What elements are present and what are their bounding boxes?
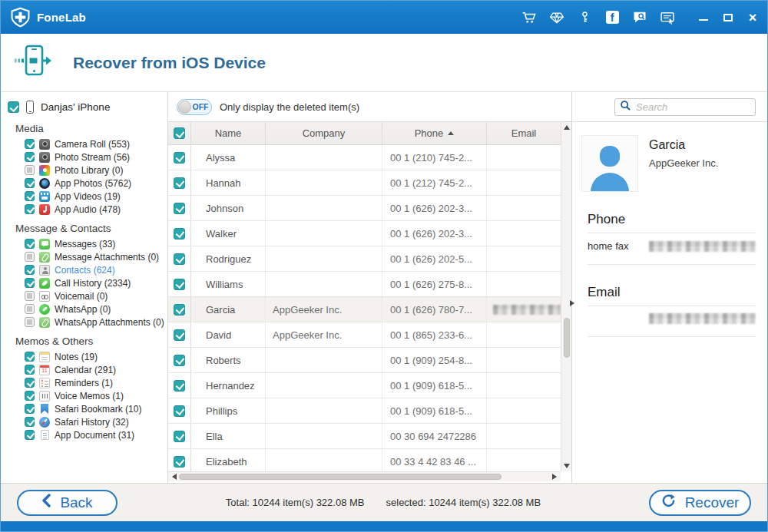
table-vertical-scrollbar[interactable] bbox=[561, 122, 571, 471]
table-row-elizabeth[interactable]: Elizabeth00 33 4 42 83 46 ... bbox=[168, 449, 561, 471]
column-header-email[interactable]: Email bbox=[487, 122, 561, 144]
sidebar-item-app-document-31[interactable]: App Document (31) bbox=[1, 428, 167, 441]
scroll-up-arrow-icon[interactable] bbox=[564, 125, 570, 130]
sidebar-item-app-videos-19[interactable]: App Videos (19) bbox=[1, 190, 167, 203]
row-checkbox[interactable] bbox=[174, 405, 185, 417]
checkbox[interactable] bbox=[25, 304, 35, 314]
table-horizontal-scrollbar[interactable] bbox=[168, 471, 561, 481]
table-row-garcia[interactable]: GarciaAppGeeker Inc.00 1 (626) 780-7... bbox=[168, 297, 561, 322]
row-checkbox[interactable] bbox=[174, 279, 185, 290]
row-checkbox[interactable] bbox=[174, 431, 185, 442]
feedback-icon[interactable] bbox=[660, 10, 675, 25]
checkbox[interactable] bbox=[25, 139, 35, 149]
row-checkbox[interactable] bbox=[174, 152, 185, 164]
column-header-name[interactable]: Name bbox=[191, 122, 266, 144]
vertical-scroll-thumb[interactable] bbox=[564, 318, 570, 358]
back-button[interactable]: Back bbox=[17, 490, 118, 516]
row-checkbox[interactable] bbox=[174, 177, 185, 189]
row-checkbox[interactable] bbox=[174, 329, 185, 341]
table-row-johnson[interactable]: Johnson00 1 (626) 202-3... bbox=[168, 196, 561, 221]
row-checkbox[interactable] bbox=[174, 253, 185, 265]
checkbox[interactable] bbox=[25, 239, 35, 249]
table-row-ella[interactable]: Ella00 30 694 2472286 bbox=[168, 424, 561, 449]
sidebar-item-app-audio-478[interactable]: App Audio (478) bbox=[1, 203, 167, 216]
sidebar-item-photo-stream-56[interactable]: Photo Stream (56) bbox=[1, 150, 167, 164]
deleted-only-toggle[interactable]: OFF bbox=[177, 99, 212, 115]
checkbox[interactable] bbox=[25, 404, 35, 414]
table-row-rodriguez[interactable]: Rodriguez00 1 (626) 202-5... bbox=[168, 246, 561, 272]
checkbox[interactable] bbox=[25, 291, 35, 301]
sidebar-item-photo-library-0[interactable]: Photo Library (0) bbox=[1, 164, 167, 177]
search-input[interactable] bbox=[636, 101, 750, 113]
sidebar-item-safari-history-32[interactable]: Safari History (32) bbox=[1, 415, 167, 428]
recover-refresh-icon bbox=[661, 494, 676, 512]
close-button[interactable]: × bbox=[747, 12, 758, 23]
column-header-company[interactable]: Company bbox=[266, 122, 382, 144]
table-row-david[interactable]: DavidAppGeeker Inc.00 1 (865) 233-6... bbox=[168, 322, 561, 348]
chat-support-icon[interactable] bbox=[632, 10, 647, 25]
row-checkbox[interactable] bbox=[174, 304, 185, 316]
sidebar-item-message-attachments-0[interactable]: Message Attachments (0) bbox=[1, 250, 167, 263]
column-header-phone[interactable]: Phone bbox=[382, 122, 487, 144]
table-row-hernandez[interactable]: Hernandez00 1 (909) 618-5... bbox=[168, 373, 561, 398]
table-row-roberts[interactable]: Roberts00 1 (909) 254-8... bbox=[168, 348, 561, 373]
sidebar-item-voice-memos-1[interactable]: Voice Memos (1) bbox=[1, 389, 167, 402]
checkbox[interactable] bbox=[25, 417, 35, 427]
checkbox[interactable] bbox=[25, 265, 35, 275]
checkbox[interactable] bbox=[25, 365, 35, 375]
sidebar-item-camera-roll-553[interactable]: Camera Roll (553) bbox=[1, 137, 167, 150]
sidebar-device-row[interactable]: Danjas' iPhone bbox=[1, 98, 167, 116]
sidebar-item-notes-19[interactable]: Notes (19) bbox=[1, 350, 167, 363]
checkbox[interactable] bbox=[25, 178, 35, 188]
row-checkbox[interactable] bbox=[174, 228, 185, 240]
row-checkbox[interactable] bbox=[174, 355, 185, 366]
sidebar-item-call-history-2334[interactable]: Call History (2334) bbox=[1, 276, 167, 289]
checkbox[interactable] bbox=[25, 430, 35, 440]
row-checkbox[interactable] bbox=[174, 380, 185, 392]
checkbox[interactable] bbox=[25, 252, 35, 262]
table-row-phillips[interactable]: Phillips00 1 (909) 618-5... bbox=[168, 398, 561, 424]
sidebar-item-voicemail-0[interactable]: Voicemail (0) bbox=[1, 289, 167, 302]
row-checkbox[interactable] bbox=[174, 203, 185, 214]
sidebar: Danjas' iPhone MediaCamera Roll (553)Pho… bbox=[1, 92, 168, 483]
maximize-button[interactable] bbox=[723, 12, 733, 23]
checkbox[interactable] bbox=[25, 165, 35, 175]
cart-icon[interactable] bbox=[521, 10, 537, 25]
sidebar-item-safari-bookmark-10[interactable]: Safari Bookmark (10) bbox=[1, 402, 167, 415]
sidebar-item-label: App Document (31) bbox=[55, 430, 134, 441]
scroll-down-arrow-icon[interactable] bbox=[564, 464, 570, 468]
checkbox[interactable] bbox=[25, 152, 35, 162]
table-row-hannah[interactable]: Hannah00 1 (212) 745-2... bbox=[168, 170, 561, 196]
key-icon[interactable] bbox=[577, 10, 592, 25]
checkbox[interactable] bbox=[25, 278, 35, 288]
sidebar-item-contacts-624[interactable]: Contacts (624) bbox=[1, 263, 167, 276]
facebook-icon[interactable]: f bbox=[604, 10, 620, 25]
scroll-left-arrow-icon[interactable] bbox=[172, 474, 177, 480]
sidebar-item-calendar-291[interactable]: Calendar (291) bbox=[1, 363, 167, 376]
sidebar-item-label: Safari History (32) bbox=[55, 417, 129, 428]
checkbox[interactable] bbox=[25, 391, 35, 401]
panel-collapse-handle[interactable] bbox=[570, 300, 574, 306]
sidebar-item-messages-33[interactable]: Messages (33) bbox=[1, 237, 167, 250]
sidebar-item-reminders-1[interactable]: Reminders (1) bbox=[1, 376, 167, 389]
diamond-icon[interactable] bbox=[549, 10, 564, 25]
sidebar-item-app-photos-5762[interactable]: App Photos (5762) bbox=[1, 177, 167, 190]
search-box[interactable] bbox=[614, 98, 756, 116]
horizontal-scroll-thumb[interactable] bbox=[179, 474, 502, 480]
select-all-checkbox[interactable] bbox=[174, 127, 185, 139]
checkbox[interactable] bbox=[25, 317, 35, 327]
scroll-right-arrow-icon[interactable] bbox=[552, 474, 557, 480]
device-checkbox[interactable] bbox=[8, 101, 19, 113]
table-row-walker[interactable]: Walker00 1 (626) 202-3... bbox=[168, 221, 561, 246]
row-checkbox[interactable] bbox=[174, 456, 185, 468]
checkbox[interactable] bbox=[25, 191, 35, 201]
table-row-williams[interactable]: Williams00 1 (626) 275-8... bbox=[168, 272, 561, 297]
sidebar-item-whatsapp-0[interactable]: WhatsApp (0) bbox=[1, 302, 167, 316]
minimize-button[interactable] bbox=[698, 12, 709, 23]
table-row-alyssa[interactable]: Alyssa00 1 (210) 745-2... bbox=[168, 145, 561, 170]
checkbox[interactable] bbox=[25, 378, 35, 388]
recover-button[interactable]: Recover bbox=[649, 490, 751, 516]
checkbox[interactable] bbox=[25, 352, 35, 362]
sidebar-item-whatsapp-attachments-0[interactable]: WhatsApp Attachments (0) bbox=[1, 316, 167, 329]
checkbox[interactable] bbox=[25, 204, 35, 214]
